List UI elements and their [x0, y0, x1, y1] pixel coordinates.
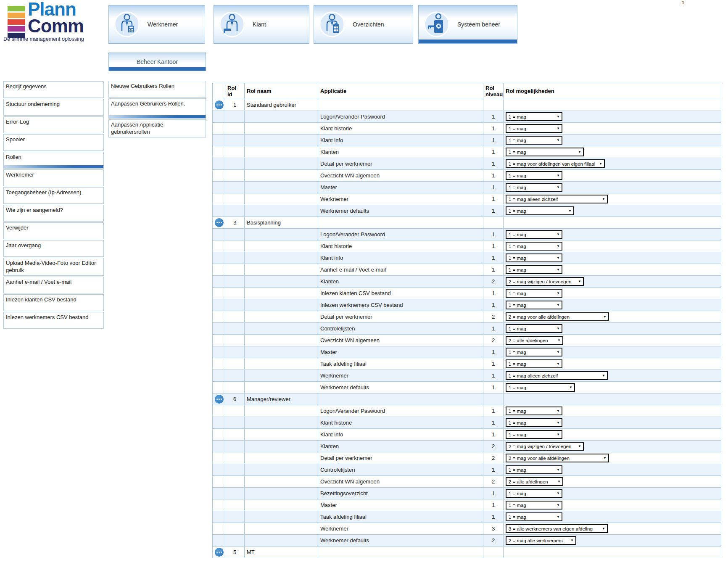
- menu-item-aanpassen-gebruikers-rollen[interactable]: Aanpassen Gebruikers Rollen.: [108, 98, 206, 119]
- roles-table: Rol id Rol naam Applicatie Rol niveau Ro…: [212, 83, 721, 558]
- rol-mogelijkheden-select[interactable]: 1 = mag▼: [506, 253, 562, 262]
- rol-mogelijkheden-select[interactable]: 1 = mag▼: [506, 230, 562, 239]
- table-row: Werknemer11 = mag alleen zichzelf▼: [213, 370, 721, 382]
- dropdown-arrow-icon: ▼: [557, 421, 560, 425]
- applicatie-cell: Klanten: [318, 146, 483, 158]
- rol-mogelijkheden-select[interactable]: 3 = alle werknemers van eigen afdeling▼: [506, 524, 608, 533]
- rol-mogelijkheden-select[interactable]: 1 = mag▼: [506, 136, 562, 145]
- rol-mogelijkheden-select[interactable]: 1 = mag▼: [506, 418, 562, 427]
- sidebar-item-aanhef-e-mail-voet-e-mail[interactable]: Aanhef e-mail / Voet e-mail: [3, 277, 104, 293]
- rol-mogelijkheden-select[interactable]: 1 = mag▼: [506, 512, 562, 521]
- rol-mogelijkheden-select[interactable]: 1 = mag▼: [506, 301, 562, 309]
- row-options-icon[interactable]: [215, 100, 224, 109]
- rol-mogelijkheden-select[interactable]: 1 = mag▼: [506, 430, 562, 439]
- select-value: 1 = mag: [509, 432, 526, 437]
- select-value: 1 = mag: [509, 267, 526, 272]
- rol-mogelijkheden-select[interactable]: 1 = mag▼: [506, 124, 562, 133]
- table-row: Logon/Verander Paswoord11 = mag▼: [213, 229, 721, 240]
- sidebar-item-inlezen-klanten-csv-bestand[interactable]: Inlezen klanten CSV bestand: [3, 294, 104, 311]
- nav-item-systeem-beheer[interactable]: Systeem beheer: [418, 5, 517, 44]
- menu-item-nieuwe-gebruikers-rollen[interactable]: Nieuwe Gebruikers Rollen: [108, 81, 206, 98]
- rol-mogelijkheden-select[interactable]: 1 = mag alleen zichzelf▼: [506, 195, 608, 203]
- sidebar-item-spooler[interactable]: Spooler: [3, 134, 104, 151]
- table-row: Klant info11 = mag▼: [213, 135, 721, 146]
- applicatie-cell: Klant historie: [318, 417, 483, 429]
- menu-item-aanpassen-applicatie-gebruikersrollen[interactable]: Aanpassen Applicatie gebruikersrollen: [108, 119, 206, 137]
- rol-mogelijkheden-select[interactable]: 2 = alle afdelingen▼: [506, 477, 563, 486]
- sidebar-item-toegangsbeheer-ip-adressen[interactable]: Toegangsbeheer (Ip-Adressen): [3, 187, 104, 204]
- nav-item-label: Klant: [253, 21, 266, 28]
- row-options-icon[interactable]: [215, 548, 224, 557]
- table-row: Detail per werknemer11 = mag voor afdeli…: [213, 158, 721, 170]
- dropdown-arrow-icon: ▼: [557, 138, 560, 142]
- select-value: 1 = mag: [509, 350, 526, 355]
- rol-mogelijkheden-select[interactable]: 1 = mag alleen zichzelf▼: [506, 371, 608, 380]
- applicatie-cell: Logon/Verander Paswoord: [318, 405, 483, 417]
- select-value: 1 = mag: [509, 209, 526, 214]
- rol-mogelijkheden-select[interactable]: 1 = mag voor afdelingen van eigen filiaa…: [506, 159, 605, 168]
- roles-table-body: 1Standaard gebruikerLogon/Verander Paswo…: [213, 99, 721, 558]
- select-value: 1 = mag: [509, 256, 526, 261]
- sidebar-item-werknemer[interactable]: Werknemer: [3, 169, 104, 186]
- sidebar-item-error-log[interactable]: Error-Log: [3, 116, 104, 133]
- rol-niveau-cell: 1: [483, 464, 504, 476]
- rol-mogelijkheden-select[interactable]: 1 = mag▼: [506, 206, 574, 215]
- rol-mogelijkheden-select[interactable]: 1 = mag▼: [506, 359, 562, 368]
- system-admin-icon: [424, 11, 450, 37]
- rol-niveau-cell: 1: [483, 252, 504, 264]
- rol-mogelijkheden-select[interactable]: 1 = mag▼: [506, 265, 562, 274]
- table-row: Logon/Verander Paswoord11 = mag▼: [213, 405, 721, 417]
- rol-mogelijkheden-select[interactable]: 1 = mag▼: [506, 289, 562, 298]
- select-value: 1 = mag: [509, 326, 526, 331]
- table-row: Inlezen klanten CSV bestand11 = mag▼: [213, 288, 721, 299]
- rol-mogelijkheden-select[interactable]: 1 = mag▼: [506, 171, 562, 180]
- rol-mogelijkheden-select[interactable]: 1 = mag▼: [506, 242, 562, 251]
- rol-niveau-cell: 1: [483, 170, 504, 182]
- rol-niveau-cell: 1: [483, 405, 504, 417]
- tab-beheer-kantoor[interactable]: Beheer Kantoor: [108, 53, 206, 71]
- rol-mogelijkheden-select[interactable]: 1 = mag▼: [506, 183, 562, 192]
- dropdown-arrow-icon: ▼: [569, 385, 572, 389]
- rol-niveau-cell: 1: [483, 182, 504, 193]
- row-options-icon[interactable]: [215, 218, 224, 227]
- rol-mogelijkheden-select[interactable]: 2 = mag alle werknemers▼: [506, 536, 576, 545]
- sidebar-item-jaar-overgang[interactable]: Jaar overgang: [3, 240, 104, 257]
- sidebar-item-stuctuur-onderneming[interactable]: Stuctuur onderneming: [3, 99, 104, 116]
- dropdown-arrow-icon: ▼: [557, 291, 560, 295]
- applicatie-cell: Klant info: [318, 135, 483, 146]
- rol-mogelijkheden-select[interactable]: 1 = mag▼: [506, 112, 562, 121]
- rol-mogelijkheden-select[interactable]: 2 = mag voor alle afdelingen▼: [506, 454, 609, 462]
- nav-item-werknemer[interactable]: Werknemer: [108, 5, 205, 44]
- rol-mogelijkheden-select[interactable]: 2 = mag wijzigen / toevoegen▼: [506, 277, 584, 286]
- dropdown-arrow-icon: ▼: [557, 338, 561, 342]
- table-row: Overzicht WN algemeen11 = mag▼: [213, 170, 721, 182]
- rol-mogelijkheden-select[interactable]: 1 = mag▼: [506, 383, 575, 392]
- nav-item-overzichten[interactable]: Overzichten: [314, 5, 413, 44]
- rol-mogelijkheden-select[interactable]: 1 = mag▼: [506, 501, 562, 510]
- applicatie-cell: Overzicht WN algemeen: [318, 476, 483, 488]
- rol-mogelijkheden-select[interactable]: 2 = mag wijzigen / toevoegen▼: [506, 442, 584, 451]
- rol-mogelijkheden-select[interactable]: 1 = mag▼: [506, 348, 562, 356]
- select-value: 1 = mag: [509, 362, 526, 367]
- nav-item-klant[interactable]: Klant: [214, 5, 309, 44]
- rol-mogelijkheden-select[interactable]: 1 = mag▼: [506, 324, 562, 333]
- rol-mogelijkheden-select[interactable]: 1 = mag▼: [506, 465, 562, 474]
- table-row: 1Standaard gebruiker: [213, 99, 721, 111]
- sidebar-item-inlezen-werknemers-csv-bestand[interactable]: Inlezen werknemers CSV bestand: [3, 312, 104, 329]
- rol-mogelijkheden-select[interactable]: 2 = mag voor alle afdelingen▼: [506, 312, 609, 321]
- rol-mogelijkheden-select[interactable]: 1 = mag▼: [506, 407, 562, 415]
- dropdown-arrow-icon: ▼: [578, 150, 581, 154]
- select-value: 2 = alle afdelingen: [509, 338, 548, 343]
- sidebar-item-rollen[interactable]: Rollen: [3, 152, 104, 169]
- rol-naam-cell: Manager/reviewer: [245, 393, 318, 405]
- row-options-icon[interactable]: [215, 395, 224, 404]
- rol-mogelijkheden-select[interactable]: 1 = mag▼: [506, 489, 562, 498]
- select-value: 1 = mag voor afdelingen van eigen filiaa…: [509, 161, 595, 166]
- rol-mogelijkheden-select[interactable]: 2 = alle afdelingen▼: [506, 336, 563, 345]
- logo-line2: Comm: [28, 18, 84, 34]
- rol-mogelijkheden-select[interactable]: 1 = mag▼: [506, 148, 584, 156]
- sidebar-item-wie-zijn-er-aangemeld[interactable]: Wie zijn er aangemeld?: [3, 205, 104, 222]
- sidebar-item-verwijder[interactable]: Verwijder: [3, 222, 104, 239]
- sidebar-item-bedrijf-gegevens[interactable]: Bedrijf gegevens: [3, 81, 104, 98]
- sidebar-item-upload-media-video-foto-voor-editor-gebruik[interactable]: Upload Media-Video-Foto voor Editor gebr…: [3, 258, 104, 276]
